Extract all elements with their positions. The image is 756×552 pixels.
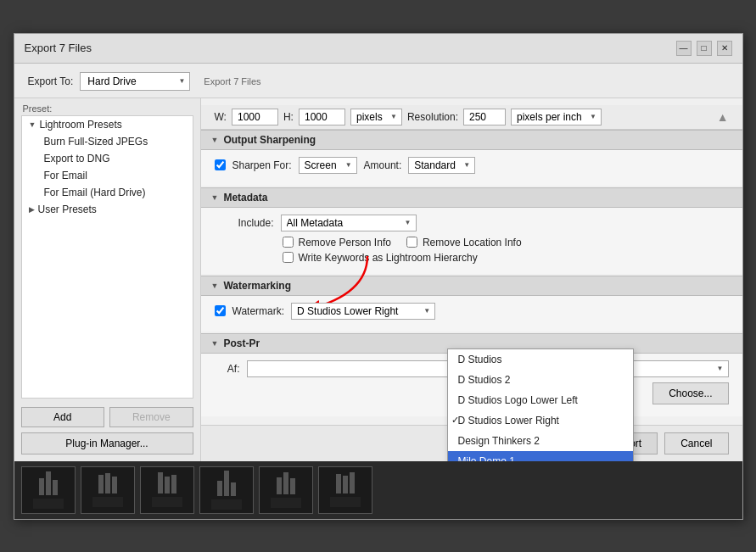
thumb-bars xyxy=(98,473,117,493)
sharpen-select[interactable]: Screen xyxy=(299,157,357,174)
thumbnail-4[interactable] xyxy=(199,466,254,514)
sharpen-checkbox[interactable] xyxy=(215,159,226,170)
tree-item-dng[interactable]: Export to DNG xyxy=(37,150,193,167)
thumb-label-bar xyxy=(271,498,301,508)
dropdown-item-lower-right[interactable]: D Studios Lower Right xyxy=(448,410,633,431)
write-keywords-row: Write Keywords as Lightroom Hierarchy xyxy=(215,252,729,264)
post-processing-title: Post-Pr xyxy=(223,337,260,349)
thumb-bars xyxy=(336,472,355,493)
thumb-bar xyxy=(165,477,170,493)
section-triangle-icon: ▼ xyxy=(211,282,219,290)
dropdown-item-milo-demo[interactable]: Milo Demo 1 xyxy=(448,451,633,461)
metadata-header[interactable]: ▼ Metadata xyxy=(201,187,742,208)
output-sharpening-header[interactable]: ▼ Output Sharpening xyxy=(201,130,742,150)
tree-group-label: Lightroom Presets xyxy=(39,119,121,131)
thumb-bar xyxy=(231,482,236,496)
metadata-section: ▼ Metadata Include: All Metadata xyxy=(201,187,742,274)
thumb-bar xyxy=(112,477,117,493)
height-label: H: xyxy=(283,111,294,123)
watermarking-section: ▼ Watermarking Watermark: xyxy=(201,276,742,332)
dialog-title: Export 7 Files xyxy=(25,42,92,54)
maximize-button[interactable]: □ xyxy=(697,41,712,56)
thumbnail-1[interactable] xyxy=(21,466,76,514)
collapse-icon[interactable]: ▲ xyxy=(717,110,729,124)
add-preset-button[interactable]: Add xyxy=(21,407,105,427)
thumb-bar xyxy=(105,473,110,493)
tree-user-presets[interactable]: ▶ User Presets xyxy=(22,201,193,218)
thumbnail-6[interactable] xyxy=(318,466,372,514)
write-keywords-checkbox[interactable] xyxy=(283,252,294,263)
include-select[interactable]: All Metadata xyxy=(281,215,417,231)
watermarking-body: Watermark: xyxy=(201,296,742,332)
dropdown-item-design-thinkers[interactable]: Design Thinkers 2 xyxy=(448,431,633,451)
thumb-bar xyxy=(336,474,341,493)
amount-select-wrapper: Standard xyxy=(408,157,475,174)
thumb-bar xyxy=(53,480,58,495)
resolution-units-select[interactable]: pixels per inch xyxy=(511,109,602,125)
thumbnail-5[interactable] xyxy=(259,466,313,514)
sharpen-row: Sharpen For: Screen Amount: Standard xyxy=(215,157,729,174)
watermark-select-wrapper: D Studios Lower Right xyxy=(291,303,435,320)
output-sharpening-section: ▼ Output Sharpening Sharpen For: Screen xyxy=(201,130,742,186)
tree-lightroom-presets[interactable]: ▼ Lightroom Presets xyxy=(22,116,193,133)
export-to-row: Export To: Hard Drive Email CD/DVD Expor… xyxy=(14,64,742,98)
amount-select[interactable]: Standard xyxy=(408,157,475,174)
dropdown-item-d-studios-2[interactable]: D Studios 2 xyxy=(448,370,633,390)
cancel-button[interactable]: Cancel xyxy=(664,432,728,454)
thumb-bar xyxy=(217,481,222,496)
thumb-inner xyxy=(33,471,64,509)
tree-item-email-hd[interactable]: For Email (Hard Drive) xyxy=(37,184,193,201)
tree-item-label: For Email xyxy=(44,170,87,181)
export-to-select[interactable]: Hard Drive Email CD/DVD xyxy=(80,72,190,91)
close-button[interactable]: ✕ xyxy=(717,41,732,56)
remove-person-checkbox[interactable] xyxy=(283,237,294,248)
export-dialog: Export 7 Files — □ ✕ Export To: Hard Dri… xyxy=(14,33,743,520)
tree-item-burn[interactable]: Burn Full-Sized JPEGs xyxy=(37,133,193,150)
resolution-input[interactable] xyxy=(463,109,506,125)
thumb-label-bar xyxy=(330,497,361,507)
units-select[interactable]: pixels xyxy=(350,109,402,125)
watermarking-header[interactable]: ▼ Watermarking xyxy=(201,276,742,296)
thumb-inner xyxy=(271,472,301,508)
dropdown-item-label: D Studios xyxy=(458,354,502,365)
thumb-label-bar xyxy=(152,497,182,507)
watermarking-title: Watermarking xyxy=(223,280,291,292)
triangle-right-icon: ▶ xyxy=(29,205,35,214)
thumb-bars xyxy=(39,471,58,495)
thumb-bar xyxy=(343,476,348,493)
remove-person-label: Remove Person Info xyxy=(299,237,391,248)
left-panel-buttons: Add Remove xyxy=(14,402,200,432)
image-sizing-row: W: H: pixels Resolution: pixels per inch xyxy=(201,105,742,130)
section-triangle-icon: ▼ xyxy=(211,339,219,348)
width-input[interactable] xyxy=(232,109,278,125)
tree-item-email[interactable]: For Email xyxy=(37,167,193,184)
tree-item-label: Burn Full-Sized JPEGs xyxy=(44,136,148,148)
thumbnail-3[interactable] xyxy=(140,466,194,514)
plugin-manager-button[interactable]: Plug-in Manager... xyxy=(21,432,193,454)
dropdown-item-label: D Studios Lower Right xyxy=(458,415,559,427)
thumb-bar xyxy=(98,475,104,493)
tree-children: Burn Full-Sized JPEGs Export to DNG For … xyxy=(22,133,193,201)
export-to-label: Export To: xyxy=(28,75,74,87)
output-sharpening-title: Output Sharpening xyxy=(223,134,316,146)
watermark-select[interactable]: D Studios Lower Right xyxy=(291,303,435,320)
remove-location-label: Remove Location Info xyxy=(423,237,522,248)
watermark-checkbox[interactable] xyxy=(215,305,226,316)
tree-group-label: User Presets xyxy=(38,204,97,215)
tree-item-label: Export to DNG xyxy=(44,153,110,164)
window-controls: — □ ✕ xyxy=(676,41,732,56)
sharpen-label: Sharpen For: xyxy=(232,159,292,171)
thumb-inner xyxy=(330,472,361,507)
preset-label: Preset: xyxy=(14,98,200,115)
dropdown-item-logo-lower-left[interactable]: D Studios Logo Lower Left xyxy=(448,390,633,410)
height-input[interactable] xyxy=(299,109,345,125)
remove-preset-button[interactable]: Remove xyxy=(109,407,193,427)
amount-label: Amount: xyxy=(364,159,402,171)
thumbnail-2[interactable] xyxy=(81,466,135,514)
minimize-button[interactable]: — xyxy=(676,41,692,56)
thumb-bar xyxy=(158,472,163,493)
remove-location-checkbox[interactable] xyxy=(406,237,417,248)
include-row: Include: All Metadata xyxy=(215,215,729,231)
dropdown-item-d-studios[interactable]: D Studios xyxy=(448,349,633,370)
choose-button[interactable]: Choose... xyxy=(652,382,728,404)
